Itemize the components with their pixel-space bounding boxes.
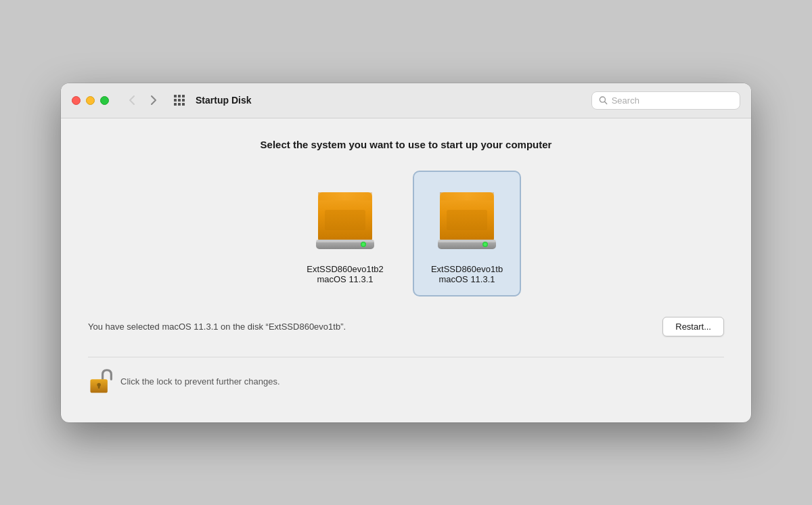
status-row: You have selected macOS 11.3.1 on the di… bbox=[88, 317, 724, 336]
grid-button[interactable] bbox=[168, 89, 190, 111]
svg-rect-5 bbox=[182, 99, 185, 102]
svg-rect-2 bbox=[182, 95, 185, 97]
svg-rect-0 bbox=[174, 95, 177, 97]
close-button[interactable] bbox=[72, 96, 81, 105]
lock-text: Click the lock to prevent further change… bbox=[120, 376, 280, 387]
svg-rect-3 bbox=[174, 99, 177, 102]
svg-point-19 bbox=[484, 242, 487, 246]
svg-rect-23 bbox=[98, 385, 100, 388]
content-area: Select the system you want to use to sta… bbox=[61, 118, 751, 422]
disk-1-version: macOS 11.3.1 bbox=[317, 274, 373, 284]
titlebar: Startup Disk bbox=[61, 83, 751, 118]
maximize-button[interactable] bbox=[100, 96, 109, 105]
page-subtitle: Select the system you want to use to sta… bbox=[88, 139, 724, 150]
status-text: You have selected macOS 11.3.1 on the di… bbox=[88, 322, 346, 332]
svg-point-14 bbox=[362, 242, 365, 246]
svg-rect-12 bbox=[316, 240, 374, 242]
window-title: Startup Disk bbox=[196, 95, 591, 106]
search-icon bbox=[599, 95, 608, 105]
svg-rect-8 bbox=[182, 103, 185, 106]
search-box bbox=[591, 91, 740, 110]
disk-1-name: ExtSSD860evo1tb2 bbox=[307, 264, 383, 274]
svg-rect-6 bbox=[174, 103, 177, 106]
main-window: Startup Disk Select the system you want … bbox=[61, 83, 751, 422]
nav-buttons bbox=[122, 91, 163, 110]
disk-item-1[interactable]: ExtSSD860evo1tb2 macOS 11.3.1 bbox=[291, 171, 399, 297]
chevron-right-icon bbox=[150, 95, 157, 106]
traffic-lights bbox=[72, 96, 109, 105]
lock-icon[interactable] bbox=[88, 368, 112, 395]
drive-icon-1 bbox=[308, 183, 382, 257]
minimize-button[interactable] bbox=[86, 96, 95, 105]
svg-rect-4 bbox=[178, 99, 181, 102]
lock-row: Click the lock to prevent further change… bbox=[88, 357, 724, 395]
search-input[interactable] bbox=[612, 95, 733, 106]
back-button[interactable] bbox=[122, 91, 141, 110]
disk-2-name: ExtSSD860evo1tb bbox=[431, 264, 503, 274]
forward-button[interactable] bbox=[144, 91, 163, 110]
svg-rect-17 bbox=[438, 240, 496, 242]
svg-rect-20 bbox=[447, 210, 487, 230]
chevron-left-icon bbox=[129, 95, 135, 106]
svg-line-10 bbox=[605, 102, 607, 104]
disks-row: ExtSSD860evo1tb2 macOS 11.3.1 bbox=[88, 171, 724, 297]
disk-item-2[interactable]: ExtSSD860evo1tb macOS 11.3.1 bbox=[413, 171, 521, 297]
svg-rect-15 bbox=[325, 210, 365, 230]
grid-icon bbox=[173, 94, 185, 106]
svg-rect-7 bbox=[178, 103, 181, 106]
disk-2-version: macOS 11.3.1 bbox=[438, 274, 495, 284]
restart-button[interactable]: Restart... bbox=[662, 317, 724, 336]
svg-rect-1 bbox=[178, 95, 181, 97]
drive-icon-2 bbox=[430, 183, 504, 257]
